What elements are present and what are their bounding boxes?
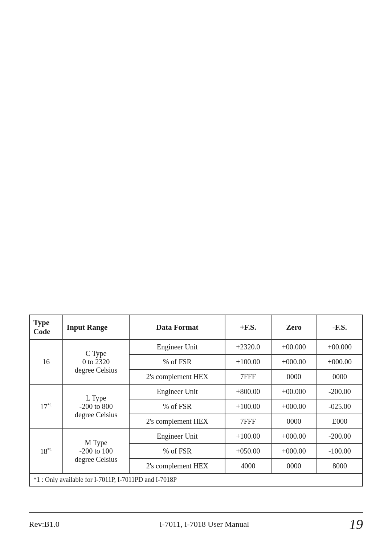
input-range-line1-16: C Type (86, 349, 107, 357)
data-format-16-0: Engineer Unit (129, 340, 225, 354)
footer-title: I-7011, I-7018 User Manual (159, 520, 249, 529)
input-range-17: L Type -200 to 800 degree Celsius (63, 384, 130, 429)
data-format-18-1: % of FSR (129, 444, 225, 459)
page-wrapper: TypeCode Input Range Data Format +F.S. Z… (0, 0, 392, 554)
zero-17-2: 0000 (271, 414, 317, 429)
zero-17-0: +00.000 (271, 384, 317, 399)
zero-17-1: +000.00 (271, 399, 317, 414)
minus-fs-17-0: -200.00 (317, 384, 363, 399)
input-range-16: C Type 0 to 2320 degree Celsius (63, 340, 130, 384)
header-minus-fs: -F.S. (317, 315, 363, 340)
input-range-line2-18: -200 to 100 (79, 447, 113, 455)
zero-18-1: +000.00 (271, 444, 317, 459)
data-format-17-0: Engineer Unit (129, 384, 225, 399)
plus-fs-17-2: 7FFF (225, 414, 271, 429)
type-code-16: 16 (29, 340, 63, 384)
minus-fs-18-2: 8000 (317, 459, 363, 473)
minus-fs-18-0: -200.00 (317, 429, 363, 444)
plus-fs-18-0: +100.00 (225, 429, 271, 444)
plus-fs-18-2: 4000 (225, 459, 271, 473)
type-code-18: 18*1 (29, 429, 63, 473)
minus-fs-17-1: -025.00 (317, 399, 363, 414)
data-format-18-0: Engineer Unit (129, 429, 225, 444)
table-row: 16 C Type 0 to 2320 degree Celsius Engin… (29, 340, 363, 354)
table-row: 18*1 M Type -200 to 100 degree Celsius E… (29, 429, 363, 444)
minus-fs-16-1: +000.00 (317, 354, 363, 369)
data-format-16-2: 2's complement HEX (129, 369, 225, 384)
header-plus-fs: +F.S. (225, 315, 271, 340)
data-format-18-2: 2's complement HEX (129, 459, 225, 473)
data-format-16-1: % of FSR (129, 354, 225, 369)
input-range-line3-16: degree Celsius (75, 366, 117, 374)
input-range-line3-17: degree Celsius (75, 411, 117, 419)
data-table: TypeCode Input Range Data Format +F.S. Z… (29, 315, 363, 487)
zero-16-1: +000.00 (271, 354, 317, 369)
zero-18-0: +000.00 (271, 429, 317, 444)
minus-fs-16-2: 0000 (317, 369, 363, 384)
footer-page-number: 19 (349, 516, 363, 532)
minus-fs-16-0: +00.000 (317, 340, 363, 354)
plus-fs-16-1: +100.00 (225, 354, 271, 369)
plus-fs-18-1: +050.00 (225, 444, 271, 459)
minus-fs-17-2: E000 (317, 414, 363, 429)
footnote-cell: *1 : Only available for I-7011P, I-7011P… (29, 473, 363, 486)
page-footer: Rev:B1.0 I-7011, I-7018 User Manual 19 (29, 512, 363, 532)
footnote-row: *1 : Only available for I-7011P, I-7011P… (29, 473, 363, 486)
type-code-17: 17*1 (29, 384, 63, 429)
data-format-17-2: 2's complement HEX (129, 414, 225, 429)
header-zero: Zero (271, 315, 317, 340)
plus-fs-16-0: +2320.0 (225, 340, 271, 354)
header-input-range: Input Range (63, 315, 130, 340)
minus-fs-18-1: -100.00 (317, 444, 363, 459)
zero-16-0: +00.000 (271, 340, 317, 354)
table-row: 17*1 L Type -200 to 800 degree Celsius E… (29, 384, 363, 399)
input-range-line1-18: M Type (85, 439, 107, 447)
plus-fs-16-2: 7FFF (225, 369, 271, 384)
zero-18-2: 0000 (271, 459, 317, 473)
input-range-line2-17: -200 to 800 (79, 402, 113, 410)
plus-fs-17-1: +100.00 (225, 399, 271, 414)
input-range-line2-16: 0 to 2320 (82, 358, 110, 366)
input-range-line1-17: L Type (86, 394, 106, 402)
data-table-wrapper: TypeCode Input Range Data Format +F.S. Z… (29, 315, 363, 487)
plus-fs-17-0: +800.00 (225, 384, 271, 399)
footer-rev: Rev:B1.0 (29, 520, 60, 529)
input-range-line3-18: degree Celsius (75, 455, 117, 463)
data-format-17-1: % of FSR (129, 399, 225, 414)
header-data-format: Data Format (129, 315, 225, 340)
content-area: TypeCode Input Range Data Format +F.S. Z… (29, 315, 363, 497)
zero-16-2: 0000 (271, 369, 317, 384)
input-range-18: M Type -200 to 100 degree Celsius (63, 429, 130, 473)
top-spacer (29, 22, 363, 315)
header-type-code: TypeCode (29, 315, 63, 340)
